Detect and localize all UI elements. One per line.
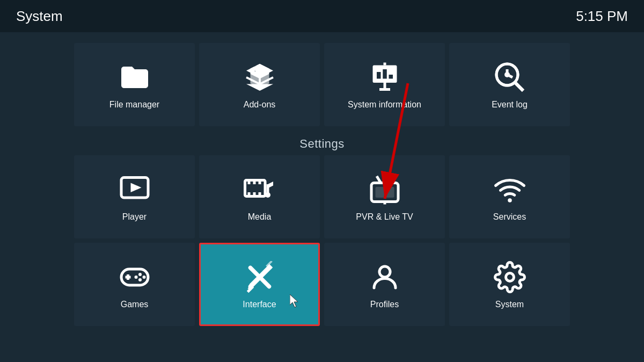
tile-system-info-label: System information: [348, 100, 421, 110]
tile-interface[interactable]: Interface: [199, 243, 320, 326]
tile-file-manager-label: File manager: [109, 100, 159, 110]
interface-icon: [243, 260, 277, 294]
svg-point-36: [138, 278, 142, 281]
svg-line-11: [515, 83, 523, 91]
svg-point-30: [508, 198, 512, 202]
tile-media[interactable]: Media: [199, 155, 320, 238]
app-title: System: [16, 8, 63, 25]
svg-rect-19: [247, 192, 250, 197]
tile-system-label: System: [495, 300, 524, 309]
tile-pvr-live-tv[interactable]: PVR & Live TV: [324, 155, 445, 238]
svg-point-40: [379, 266, 390, 277]
svg-point-34: [138, 273, 142, 276]
svg-rect-17: [253, 180, 255, 184]
svg-rect-20: [253, 192, 255, 197]
tv-icon: [368, 172, 402, 207]
svg-point-37: [134, 276, 137, 279]
svg-point-22: [265, 192, 270, 198]
grid-row-1: File manager Add-ons: [74, 43, 570, 126]
presentation-icon: [368, 60, 402, 95]
clock: 5:15 PM: [576, 8, 628, 25]
svg-point-35: [142, 276, 145, 279]
tile-games-label: Games: [121, 300, 149, 309]
box-icon: [243, 60, 277, 95]
main-content: File manager Add-ons: [0, 32, 644, 341]
grid-row-2: Player M: [74, 155, 570, 238]
play-icon: [118, 172, 152, 207]
svg-rect-3: [377, 72, 381, 79]
media-icon: [243, 172, 277, 207]
tile-profiles[interactable]: Profiles: [324, 243, 445, 326]
svg-rect-18: [258, 180, 261, 184]
tile-player[interactable]: Player: [74, 155, 195, 238]
topbar: System 5:15 PM: [0, 0, 644, 32]
settings-label: Settings: [299, 137, 345, 151]
svg-point-41: [506, 273, 514, 281]
tile-system-information[interactable]: System information: [324, 43, 445, 126]
clock-search-icon: [493, 60, 527, 95]
tile-add-ons[interactable]: Add-ons: [199, 43, 320, 126]
tile-system[interactable]: System: [449, 243, 570, 326]
svg-marker-14: [130, 183, 141, 192]
tile-media-label: Media: [248, 212, 272, 222]
svg-rect-16: [247, 180, 250, 184]
tile-services-label: Services: [493, 212, 526, 222]
tile-event-log[interactable]: Event log: [449, 43, 570, 126]
tile-interface-label: Interface: [243, 300, 276, 309]
grid-row-3: Games Interface: [74, 243, 570, 326]
wifi-icon: [493, 172, 527, 207]
tile-games[interactable]: Games: [74, 243, 195, 326]
svg-rect-5: [389, 75, 393, 79]
tile-profiles-label: Profiles: [370, 300, 399, 309]
tile-player-label: Player: [122, 212, 147, 222]
svg-point-10: [504, 72, 510, 77]
gamepad-icon: [118, 260, 152, 294]
tile-file-manager[interactable]: File manager: [74, 43, 195, 126]
svg-rect-4: [383, 69, 387, 79]
tile-services[interactable]: Services: [449, 155, 570, 238]
svg-rect-21: [258, 192, 261, 197]
tile-pvr-label: PVR & Live TV: [356, 212, 413, 222]
person-icon: [368, 260, 402, 294]
tile-add-ons-label: Add-ons: [244, 100, 276, 110]
svg-rect-29: [375, 187, 394, 198]
gear-icon: [493, 260, 527, 294]
folder-icon: [118, 60, 152, 95]
tile-event-log-label: Event log: [492, 100, 528, 110]
